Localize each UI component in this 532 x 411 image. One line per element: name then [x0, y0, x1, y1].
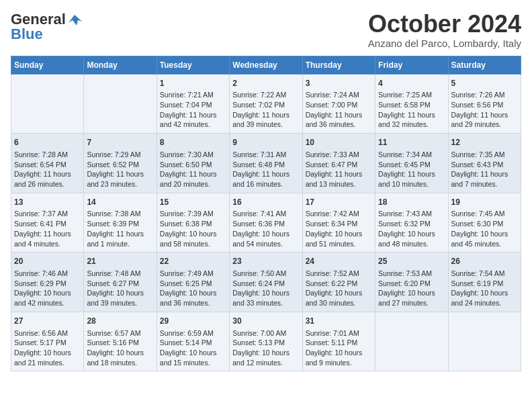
- day-number: 13: [14, 197, 81, 208]
- calendar-week-row: 1Sunrise: 7:21 AM Sunset: 7:04 PM Daylig…: [11, 74, 521, 134]
- calendar-day-cell: 7Sunrise: 7:29 AM Sunset: 6:52 PM Daylig…: [84, 134, 157, 193]
- day-number: 9: [232, 137, 299, 148]
- day-number: 21: [87, 256, 153, 267]
- day-info: Sunrise: 7:54 AM Sunset: 6:19 PM Dayligh…: [451, 269, 518, 308]
- day-number: 16: [232, 197, 299, 208]
- calendar-day-cell: 21Sunrise: 7:48 AM Sunset: 6:27 PM Dayli…: [84, 253, 157, 312]
- day-info: Sunrise: 7:28 AM Sunset: 6:54 PM Dayligh…: [14, 150, 81, 189]
- day-number: 27: [14, 316, 81, 327]
- day-number: 24: [306, 256, 372, 267]
- day-info: Sunrise: 7:21 AM Sunset: 7:04 PM Dayligh…: [160, 90, 226, 130]
- day-number: 7: [87, 137, 153, 148]
- calendar-day-cell: 29Sunrise: 6:59 AM Sunset: 5:14 PM Dayli…: [157, 312, 229, 371]
- day-info: Sunrise: 7:38 AM Sunset: 6:39 PM Dayligh…: [87, 209, 153, 248]
- calendar-day-cell: 1Sunrise: 7:21 AM Sunset: 7:04 PM Daylig…: [157, 74, 229, 134]
- day-number: 25: [378, 256, 445, 267]
- day-info: Sunrise: 6:59 AM Sunset: 5:14 PM Dayligh…: [160, 328, 226, 368]
- svg-marker-0: [69, 15, 82, 26]
- empty-cell: [375, 312, 448, 371]
- calendar-day-cell: 24Sunrise: 7:52 AM Sunset: 6:22 PM Dayli…: [302, 253, 375, 312]
- day-info: Sunrise: 7:24 AM Sunset: 7:00 PM Dayligh…: [306, 90, 372, 130]
- title-block: October 2024 Anzano del Parco, Lombardy,…: [368, 11, 521, 49]
- calendar-day-cell: 17Sunrise: 7:42 AM Sunset: 6:34 PM Dayli…: [302, 193, 375, 253]
- day-number: 6: [14, 137, 81, 148]
- col-header-friday: Friday: [375, 56, 448, 74]
- calendar-day-cell: 30Sunrise: 7:00 AM Sunset: 5:13 PM Dayli…: [230, 312, 302, 371]
- calendar-day-cell: 4Sunrise: 7:25 AM Sunset: 6:58 PM Daylig…: [375, 74, 448, 134]
- day-number: 3: [306, 78, 372, 89]
- day-info: Sunrise: 7:26 AM Sunset: 6:56 PM Dayligh…: [451, 90, 518, 130]
- calendar-day-cell: 15Sunrise: 7:39 AM Sunset: 6:38 PM Dayli…: [157, 193, 229, 253]
- logo-blue: Blue: [11, 26, 43, 43]
- empty-cell: [84, 74, 157, 134]
- calendar-day-cell: 28Sunrise: 6:57 AM Sunset: 5:16 PM Dayli…: [84, 312, 157, 371]
- calendar-day-cell: 20Sunrise: 7:46 AM Sunset: 6:29 PM Dayli…: [11, 253, 84, 312]
- day-info: Sunrise: 7:33 AM Sunset: 6:47 PM Dayligh…: [306, 150, 372, 189]
- calendar-day-cell: 13Sunrise: 7:37 AM Sunset: 6:41 PM Dayli…: [11, 193, 84, 253]
- day-info: Sunrise: 7:52 AM Sunset: 6:22 PM Dayligh…: [306, 269, 372, 308]
- empty-cell: [448, 312, 521, 371]
- day-info: Sunrise: 7:30 AM Sunset: 6:50 PM Dayligh…: [160, 150, 226, 189]
- day-number: 14: [87, 197, 153, 208]
- calendar-week-row: 6Sunrise: 7:28 AM Sunset: 6:54 PM Daylig…: [11, 134, 521, 193]
- day-number: 4: [378, 78, 445, 89]
- day-number: 17: [306, 197, 372, 208]
- calendar-day-cell: 5Sunrise: 7:26 AM Sunset: 6:56 PM Daylig…: [448, 74, 521, 134]
- calendar-day-cell: 16Sunrise: 7:41 AM Sunset: 6:36 PM Dayli…: [230, 193, 302, 253]
- day-number: 12: [451, 137, 518, 148]
- calendar-day-cell: 23Sunrise: 7:50 AM Sunset: 6:24 PM Dayli…: [230, 253, 302, 312]
- calendar-table: SundayMondayTuesdayWednesdayThursdayFrid…: [11, 56, 521, 372]
- day-number: 2: [232, 78, 299, 89]
- day-number: 22: [160, 256, 226, 267]
- month-title: October 2024: [368, 11, 521, 38]
- empty-cell: [11, 74, 84, 134]
- day-info: Sunrise: 7:45 AM Sunset: 6:30 PM Dayligh…: [451, 209, 518, 248]
- day-number: 5: [451, 78, 518, 89]
- day-info: Sunrise: 7:25 AM Sunset: 6:58 PM Dayligh…: [378, 90, 445, 130]
- calendar-day-cell: 3Sunrise: 7:24 AM Sunset: 7:00 PM Daylig…: [302, 74, 375, 134]
- day-number: 18: [378, 197, 445, 208]
- calendar-day-cell: 12Sunrise: 7:35 AM Sunset: 6:43 PM Dayli…: [448, 134, 521, 193]
- day-info: Sunrise: 7:42 AM Sunset: 6:34 PM Dayligh…: [306, 209, 372, 248]
- location: Anzano del Parco, Lombardy, Italy: [368, 38, 521, 49]
- col-header-thursday: Thursday: [302, 56, 375, 74]
- day-number: 10: [306, 137, 372, 148]
- day-number: 31: [306, 316, 372, 327]
- day-number: 23: [232, 256, 299, 267]
- day-number: 8: [160, 137, 226, 148]
- day-number: 20: [14, 256, 81, 267]
- col-header-saturday: Saturday: [448, 56, 521, 74]
- day-info: Sunrise: 7:41 AM Sunset: 6:36 PM Dayligh…: [232, 209, 299, 248]
- day-info: Sunrise: 7:00 AM Sunset: 5:13 PM Dayligh…: [232, 328, 299, 368]
- day-info: Sunrise: 7:22 AM Sunset: 7:02 PM Dayligh…: [232, 90, 299, 130]
- day-info: Sunrise: 7:34 AM Sunset: 6:45 PM Dayligh…: [378, 150, 445, 189]
- calendar-day-cell: 10Sunrise: 7:33 AM Sunset: 6:47 PM Dayli…: [302, 134, 375, 193]
- calendar-day-cell: 6Sunrise: 7:28 AM Sunset: 6:54 PM Daylig…: [11, 134, 84, 193]
- calendar-day-cell: 25Sunrise: 7:53 AM Sunset: 6:20 PM Dayli…: [375, 253, 448, 312]
- day-info: Sunrise: 7:31 AM Sunset: 6:48 PM Dayligh…: [232, 150, 299, 189]
- day-number: 26: [451, 256, 518, 267]
- calendar-day-cell: 8Sunrise: 7:30 AM Sunset: 6:50 PM Daylig…: [157, 134, 229, 193]
- day-info: Sunrise: 7:48 AM Sunset: 6:27 PM Dayligh…: [87, 269, 153, 308]
- calendar-day-cell: 26Sunrise: 7:54 AM Sunset: 6:19 PM Dayli…: [448, 253, 521, 312]
- day-info: Sunrise: 7:53 AM Sunset: 6:20 PM Dayligh…: [378, 269, 445, 308]
- calendar-day-cell: 18Sunrise: 7:43 AM Sunset: 6:32 PM Dayli…: [375, 193, 448, 253]
- day-number: 11: [378, 137, 445, 148]
- page-header: General Blue October 2024 Anzano del Par…: [11, 11, 521, 49]
- day-number: 29: [160, 316, 226, 327]
- day-info: Sunrise: 7:46 AM Sunset: 6:29 PM Dayligh…: [14, 269, 81, 308]
- day-info: Sunrise: 6:56 AM Sunset: 5:17 PM Dayligh…: [14, 328, 81, 368]
- logo: General Blue: [11, 11, 82, 43]
- logo-bird-icon: [67, 13, 82, 26]
- day-info: Sunrise: 7:50 AM Sunset: 6:24 PM Dayligh…: [232, 269, 299, 308]
- day-number: 1: [160, 78, 226, 89]
- col-header-sunday: Sunday: [11, 56, 84, 74]
- calendar-day-cell: 22Sunrise: 7:49 AM Sunset: 6:25 PM Dayli…: [157, 253, 229, 312]
- day-info: Sunrise: 7:35 AM Sunset: 6:43 PM Dayligh…: [451, 150, 518, 189]
- calendar-day-cell: 19Sunrise: 7:45 AM Sunset: 6:30 PM Dayli…: [448, 193, 521, 253]
- day-info: Sunrise: 7:01 AM Sunset: 5:11 PM Dayligh…: [306, 328, 372, 368]
- calendar-day-cell: 11Sunrise: 7:34 AM Sunset: 6:45 PM Dayli…: [375, 134, 448, 193]
- col-header-wednesday: Wednesday: [230, 56, 302, 74]
- day-number: 19: [451, 197, 518, 208]
- calendar-header-row: SundayMondayTuesdayWednesdayThursdayFrid…: [11, 56, 521, 74]
